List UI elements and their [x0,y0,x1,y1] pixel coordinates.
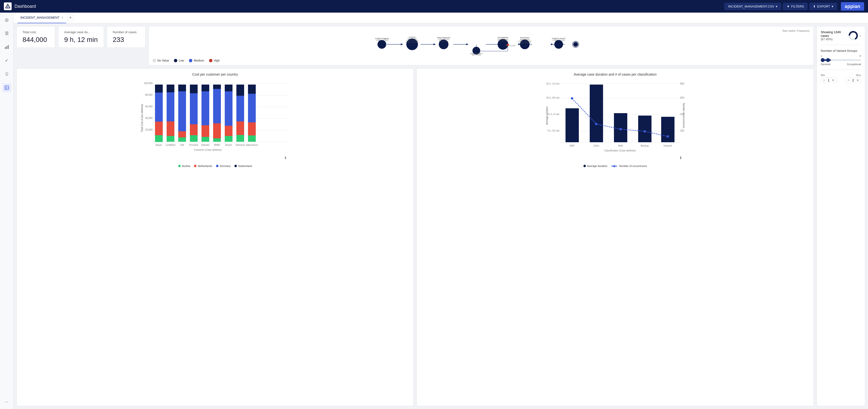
sidebar-item-list[interactable]: ☰ [2,29,11,38]
avg-duration-color [583,165,586,167]
svg-rect-99 [237,121,244,135]
divider [821,45,861,45]
svg-point-22 [377,40,386,49]
general-label: General [821,63,830,66]
svg-rect-92 [213,89,221,123]
svg-point-137 [571,97,573,99]
svg-text:1.35K / 1.1 mins: 1.35K / 1.1 mins [552,39,565,41]
legend-no-value: No Value [153,59,169,62]
showing-cases-label: Showing 1349 cases [821,30,848,37]
austria-color [178,165,181,167]
variant-groups-section: Number of Variant Groups 1 8 General Exc… [821,49,861,66]
svg-text:11 h, 6 min: 11 h, 6 min [548,113,559,116]
svg-rect-71 [155,122,163,135]
svg-rect-72 [155,93,163,122]
range-min: 1 [821,55,822,57]
min-decrease-button[interactable]: − [823,78,825,82]
showing-cases-row: Showing 1349 cases (67.45%) › [821,30,861,41]
svg-text:22 h, 13 min: 22 h, 13 min [546,82,559,85]
svg-text:16 h, 40 min: 16 h, 40 min [546,96,559,99]
netherlands-color [194,165,196,167]
svg-rect-83 [190,124,197,135]
slider-thumb-right[interactable] [826,58,830,62]
svg-rect-98 [237,135,244,142]
total-cost-label: Total cost [23,30,49,34]
svg-text:1.35K / 30.2 mins: 1.35K / 30.2 mins [518,40,531,42]
sidebar-item-chart[interactable] [2,42,11,51]
svg-rect-90 [213,138,221,142]
svg-text:Number of occurrences: Number of occurrences [682,103,685,128]
stepper-row: − 1 + − 2 + [821,78,861,83]
file-label: INCIDENT_MANAGEMENT.CSV [728,5,774,8]
no-value-dot [153,59,156,62]
next-chevron-icon[interactable]: › [860,33,861,38]
top-nav: Dashboard INCIDENT_MANAGEMENT.CSV ▾ ▼ FI… [0,0,868,12]
min-value: 1 [827,79,830,82]
sidebar-item-compass[interactable]: ◎ [2,16,11,24]
bar-chart-legend: Austria Netherlands Germany [21,165,409,168]
svg-text:Citrix: Citrix [594,144,599,147]
svg-text:200: 200 [680,129,684,132]
showing-cases-pct: (67.45%) [821,37,848,41]
svg-rect-87 [202,125,209,137]
medium-label: Medium [194,59,204,62]
svg-rect-103 [248,122,256,136]
sidebar-item-bulb[interactable] [2,70,11,79]
svg-point-6 [6,72,8,75]
svg-text:559 / 17.5 hrs: 559 / 17.5 hrs [505,45,516,47]
min-stepper[interactable]: − 1 + [821,78,837,83]
max-value: 2 [852,79,855,82]
num-occurrences-legend-label: Number of occurrences [619,165,647,168]
slider-thumb-left[interactable] [821,58,825,62]
sidebar-item-table[interactable] [2,83,11,92]
netherlands-label: Netherlands [197,165,212,168]
svg-rect-74 [166,136,175,142]
svg-text:800: 800 [680,82,684,85]
filters-button[interactable]: ▼ FILTERS [783,3,807,10]
legend-low: Low [174,59,184,62]
tab-close-button[interactable]: × [62,16,63,19]
svg-rect-132 [565,108,579,142]
export-button[interactable]: ⬇ EXPORT ▾ [809,3,837,10]
svg-marker-52 [551,43,553,45]
app-title: Dashboard [14,4,721,9]
svg-text:Mail: Mail [618,144,623,147]
process-flow-header: Size metric: Frequency [153,29,810,32]
sidebar-item-more[interactable]: ··· [2,398,11,406]
svg-rect-135 [638,116,651,142]
total-cost-value: 844,000 [23,36,49,43]
svg-rect-9 [5,86,9,90]
svg-rect-76 [166,92,175,121]
file-selector-button[interactable]: INCIDENT_MANAGEMENT.CSV ▾ [724,3,781,10]
sidebar-item-check[interactable]: ✓ [2,56,11,65]
avg-duration-value: 9 h, 12 min [64,36,98,43]
svg-rect-78 [178,137,186,142]
svg-text:Total Cost (Case attribute): Total Cost (Case attribute) [141,104,144,132]
add-tab-button[interactable]: + [67,14,74,21]
svg-text:999 / 0.9 hrs: 999 / 0.9 hrs [439,40,448,42]
svg-text:20,000: 20,000 [145,128,153,131]
svg-text:60,000: 60,000 [145,105,153,108]
svg-text:Daimler: Daimler [201,144,210,146]
export-icon: ⬇ [813,5,816,8]
svg-rect-136 [661,117,675,142]
dashboard-content: Total cost 844,000 Average case du... 9 … [13,23,868,409]
max-stepper[interactable]: − 2 + [845,78,861,83]
slider-labels: General Exceptional [821,63,861,66]
svg-rect-96 [225,91,232,126]
variant-slider-track[interactable] [821,59,861,61]
low-label: Low [179,59,184,62]
medium-dot [189,59,192,62]
svg-rect-84 [190,93,197,124]
max-label: Max [856,74,861,77]
svg-text:Intranet: Intranet [663,144,672,147]
svg-text:559 / 11.4 hrs: 559 / 11.4 hrs [498,40,508,42]
content-area: INCIDENT_MANAGEMENT × + Total cost 844,0… [13,12,868,409]
min-increase-button[interactable]: + [832,78,834,82]
max-decrease-button[interactable]: − [847,78,849,82]
range-max: 8 [860,55,861,57]
svg-text:Average duration: Average duration [546,106,548,125]
size-metric-label: Size metric: Frequency [782,29,810,32]
max-increase-button[interactable]: + [857,78,859,82]
tab-incident-management[interactable]: INCIDENT_MANAGEMENT × [18,12,66,23]
